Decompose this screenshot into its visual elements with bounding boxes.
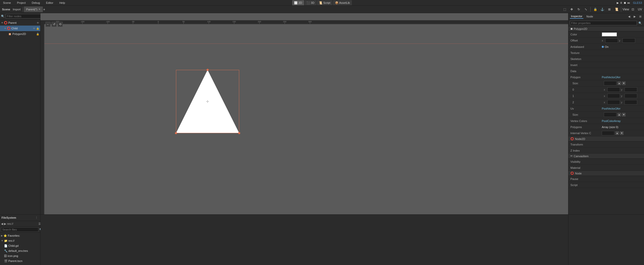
offset-x-input[interactable]: 0 — [605, 38, 618, 43]
v2-x-input[interactable]: 0 — [607, 100, 620, 105]
v0-x-input[interactable]: 5 — [607, 87, 620, 92]
inspector-tab-inspector[interactable]: Inspector — [570, 14, 583, 19]
canvas-area[interactable]: ✛ — [45, 24, 568, 214]
svg-text:150: 150 — [232, 21, 236, 23]
texture-label: Texture — [570, 51, 601, 54]
fs-nav-fwd-btn[interactable]: ▶ — [4, 221, 6, 226]
uv-size-up-btn[interactable]: ▲ — [617, 113, 621, 116]
fs-favorites[interactable]: ▶ ⭐ Favorites: — [0, 233, 40, 238]
parent-visibility-icon[interactable]: 👁 — [37, 22, 39, 24]
toolbar-anchor-btn[interactable]: ⚓ — [599, 6, 605, 12]
toolbar-script-btn[interactable]: 📜 — [613, 6, 619, 12]
toolbar-move-btn[interactable]: ✥ — [569, 6, 575, 12]
inspector-history-next[interactable]: ▶ — [632, 14, 637, 19]
viewport-tab-parent[interactable]: Parent(*) ✕ — [24, 7, 43, 12]
prop-uv-size: Size: 0 ▲ ▼ — [568, 112, 644, 118]
tab-add-button[interactable]: + — [43, 7, 45, 11]
color-swatch[interactable] — [602, 32, 617, 36]
toolbar-group-btn[interactable]: ⊞ — [606, 6, 612, 12]
menu-debug[interactable]: Debug — [31, 1, 41, 5]
toolbar-select-btn[interactable]: ⬚ — [562, 6, 568, 12]
internal-vertex-up-btn[interactable]: ▲ — [615, 131, 619, 135]
inspector-tab-node[interactable]: Node — [585, 14, 594, 18]
v1-x-input[interactable]: -5 — [607, 94, 620, 98]
tab-close-button[interactable]: ✕ — [38, 8, 40, 11]
fs-tree: ▶ ⭐ Favorites: ▼ 📁 res:// 📄 Child.gd 🔧 d… — [0, 233, 40, 265]
fs-nav-back-btn[interactable]: ◀ — [1, 221, 3, 226]
fs-item-default-env[interactable]: 🔧 default_env.tres — [0, 248, 40, 253]
uv-size-down-btn[interactable]: ▼ — [622, 113, 626, 116]
handle-bottom-right[interactable] — [238, 132, 240, 134]
fs-item-child-gd[interactable]: 📄 Child.gd — [0, 243, 40, 248]
fs-item-icon-png[interactable]: 🖼 icon.png — [0, 253, 40, 258]
child-node-label: Child — [11, 27, 32, 30]
parent-tscn-label: Parent.tscn — [8, 259, 23, 262]
tree-item-polygon2d[interactable]: ◼ Polygon2D 🔒 — [0, 31, 40, 37]
uv-value[interactable]: PoolVector2Arr — [602, 107, 620, 110]
vertex-colors-value[interactable]: PoolColorArray — [602, 119, 621, 123]
mode-2d-button[interactable]: ⬜ 2D — [292, 0, 304, 5]
antialiased-label: Antialiased — [570, 45, 601, 48]
stop-button[interactable]: ⏹ — [624, 1, 626, 4]
toolbar-lock-btn[interactable]: 🔒 — [592, 6, 598, 12]
node2d-section-icon: ⭕ — [570, 137, 574, 140]
viewport-tabs: Parent(*) ✕ + — [24, 7, 45, 12]
size-down-btn[interactable]: ▼ — [622, 81, 626, 85]
scene-tab-header[interactable]: Scene — [1, 7, 11, 11]
polygon2d-lock-icon[interactable]: 🔒 — [36, 33, 39, 35]
handle-top[interactable] — [207, 69, 209, 71]
tree-item-child[interactable]: ▼ ⭕ Child 👁 🔒 — [0, 26, 40, 31]
menu-project[interactable]: Project — [16, 1, 27, 5]
center-crosshair: ✛ — [206, 99, 209, 104]
polygon-value[interactable]: PoolVector2Arr — [602, 76, 620, 79]
viewport-rotate-btn[interactable]: ↺ — [52, 22, 57, 27]
inspector-object-btn[interactable]: ⊞ — [638, 14, 642, 19]
mode-assetlib-button[interactable]: 📦 AssetLib — [333, 0, 352, 5]
menu-bar: Scene Project Debug Editor Help ⬜ 2D ⬛ 3… — [0, 0, 644, 6]
filter-props-search-btn[interactable]: 🔍 — [638, 21, 642, 25]
step-button[interactable]: ⏭ — [627, 1, 630, 4]
filter-nodes-input[interactable] — [6, 14, 43, 18]
pause-button[interactable]: ⏸ — [620, 1, 623, 4]
viewport-fit-btn[interactable]: ⟲ — [58, 22, 63, 27]
view-menu-btn[interactable]: View — [623, 6, 629, 12]
toolbar-uv-btn[interactable]: UV — [637, 6, 643, 12]
toolbar-snap-btn[interactable]: ⊡ — [630, 6, 636, 12]
viewport-reset-btn[interactable]: ← — [46, 22, 51, 27]
res-expand-icon: ▼ — [1, 239, 3, 242]
size-up-btn[interactable]: ▲ — [617, 81, 621, 85]
play-button[interactable]: ▶ — [617, 1, 619, 5]
internal-vertex-down-btn[interactable]: ▼ — [620, 131, 624, 135]
fs-item-res[interactable]: ▼ 📁 res:// — [0, 238, 40, 243]
toolbar-rotate-btn[interactable]: ↻ — [576, 6, 582, 12]
script-label: Script — [570, 184, 601, 187]
mode-3d-button[interactable]: ⬛ 3D — [304, 0, 316, 5]
tree-item-parent[interactable]: ▼ ⭕ Parent 👁 — [0, 20, 40, 26]
v2-y-input[interactable]: -5 — [625, 100, 637, 105]
v1-y-input[interactable]: 5 — [625, 94, 637, 98]
inspector-history-prev[interactable]: ◀ — [627, 14, 631, 19]
scene-tree: ▼ ⭕ Parent 👁 ▼ ⭕ Child 👁 🔒 ◼ Polygon2D 🔒 — [0, 19, 40, 214]
v0-y-input[interactable]: 5 — [625, 87, 637, 92]
prop-color: Color — [568, 31, 644, 37]
menu-editor[interactable]: Editor — [45, 1, 54, 5]
mode-script-button[interactable]: 📜 Script — [317, 0, 332, 5]
menu-scene[interactable]: Scene — [2, 1, 12, 5]
uv-size-input[interactable]: 0 — [604, 112, 616, 117]
internal-vertex-input[interactable]: 0 — [602, 131, 614, 135]
child-lock-icon[interactable]: 🔒 — [36, 27, 39, 30]
fs-search-input[interactable] — [1, 227, 38, 232]
offset-y-input[interactable]: 0 — [623, 38, 635, 43]
child-visibility-icon[interactable]: 👁 — [33, 27, 35, 30]
toolbar-scale-btn[interactable]: ⤡ — [583, 6, 589, 12]
import-tab-header[interactable]: Import — [12, 7, 21, 11]
filter-properties-input[interactable] — [570, 21, 637, 25]
size-input[interactable]: 3 — [604, 81, 616, 86]
v1-x-label: x — [604, 95, 606, 97]
filesystem-menu-btn[interactable]: ⋮ — [34, 215, 39, 220]
handle-bottom-left[interactable] — [175, 132, 177, 134]
menu-help[interactable]: Help — [58, 1, 66, 5]
antialiased-toggle[interactable]: On — [602, 45, 609, 48]
fs-item-parent-tscn[interactable]: 🎬 Parent.tscn — [0, 258, 40, 263]
icon-png-label: icon.png — [8, 254, 18, 257]
